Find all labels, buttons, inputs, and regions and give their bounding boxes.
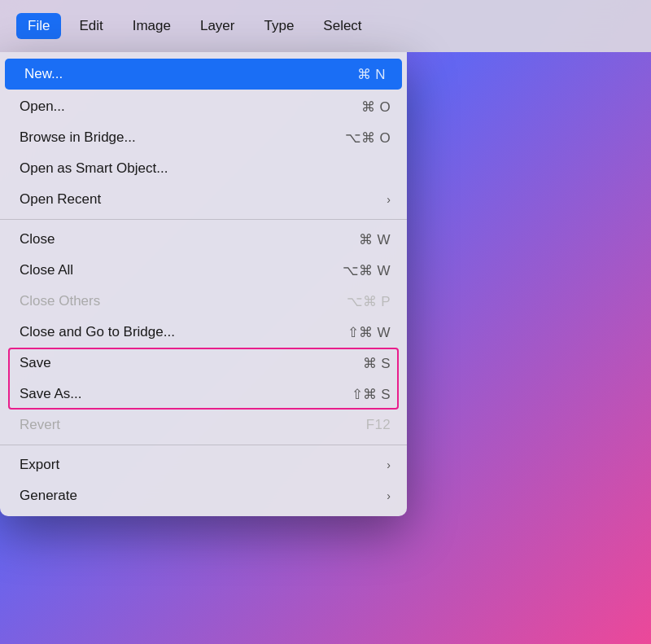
menu-item-close-others-label: Close Others: [20, 293, 100, 309]
menu-item-new-label: New...: [24, 66, 63, 82]
save-group: Save ⌘ S Save As... ⇧⌘ S: [0, 348, 407, 410]
menu-item-save-as-shortcut: ⇧⌘ S: [352, 386, 391, 403]
menu-item-close[interactable]: Close ⌘ W: [0, 224, 407, 255]
menu-item-browse-bridge-label: Browse in Bridge...: [20, 129, 136, 146]
menu-item-open-recent[interactable]: Open Recent ›: [0, 184, 407, 215]
menu-item-save-as[interactable]: Save As... ⇧⌘ S: [0, 379, 407, 410]
menu-item-save-shortcut: ⌘ S: [363, 355, 391, 372]
menu-item-close-bridge-shortcut: ⇧⌘ W: [347, 324, 391, 341]
generate-arrow-icon: ›: [387, 489, 391, 502]
menu-item-close-shortcut: ⌘ W: [359, 231, 391, 248]
menu-item-close-others: Close Others ⌥⌘ P: [0, 286, 407, 317]
menu-item-generate[interactable]: Generate ›: [0, 480, 407, 511]
menu-bar-item-file[interactable]: File: [16, 13, 61, 39]
menu-bar-item-layer[interactable]: Layer: [189, 13, 247, 39]
menu-item-open-label: Open...: [20, 99, 65, 115]
menu-item-new[interactable]: New... ⌘ N: [5, 59, 402, 90]
menu-item-open-recent-label: Open Recent: [20, 191, 101, 208]
file-dropdown-menu: New... ⌘ N Open... ⌘ O Browse in Bridge.…: [0, 52, 407, 516]
menu-bar-item-type[interactable]: Type: [252, 13, 305, 39]
menu-item-save-as-label: Save As...: [20, 386, 82, 402]
menu-bar: File Edit Image Layer Type Select: [0, 0, 651, 52]
menu-item-export-label: Export: [20, 457, 59, 473]
separator-1: [0, 219, 407, 220]
menu-item-close-all-shortcut: ⌥⌘ W: [343, 262, 391, 279]
menu-item-open-smart-object[interactable]: Open as Smart Object...: [0, 153, 407, 184]
menu-item-open-smart-object-label: Open as Smart Object...: [20, 160, 168, 177]
menu-item-save[interactable]: Save ⌘ S: [0, 348, 407, 379]
export-arrow-icon: ›: [387, 458, 391, 471]
chevron-right-icon: ›: [387, 193, 391, 206]
menu-item-open[interactable]: Open... ⌘ O: [0, 91, 407, 122]
menu-item-export[interactable]: Export ›: [0, 449, 407, 480]
menu-item-close-bridge-label: Close and Go to Bridge...: [20, 324, 175, 340]
menu-item-new-shortcut: ⌘ N: [357, 66, 386, 83]
menu-bar-item-select[interactable]: Select: [312, 13, 373, 39]
menu-item-browse-bridge[interactable]: Browse in Bridge... ⌥⌘ O: [0, 122, 407, 153]
menu-bar-item-image[interactable]: Image: [121, 13, 182, 39]
menu-item-close-others-shortcut: ⌥⌘ P: [347, 293, 391, 310]
menu-item-browse-bridge-shortcut: ⌥⌘ O: [345, 129, 391, 147]
menu-item-close-all-label: Close All: [20, 262, 73, 278]
menu-item-revert-label: Revert: [20, 417, 60, 433]
menu-bar-item-edit[interactable]: Edit: [68, 13, 114, 39]
menu-item-generate-label: Generate: [20, 488, 77, 504]
menu-item-save-label: Save: [20, 355, 51, 371]
menu-item-close-bridge[interactable]: Close and Go to Bridge... ⇧⌘ W: [0, 317, 407, 348]
menu-item-open-shortcut: ⌘ O: [361, 99, 391, 116]
menu-item-revert-shortcut: F12: [366, 417, 391, 433]
menu-item-revert: Revert F12: [0, 410, 407, 440]
menu-item-close-label: Close: [20, 231, 55, 248]
separator-2: [0, 445, 407, 445]
menu-item-close-all[interactable]: Close All ⌥⌘ W: [0, 255, 407, 286]
